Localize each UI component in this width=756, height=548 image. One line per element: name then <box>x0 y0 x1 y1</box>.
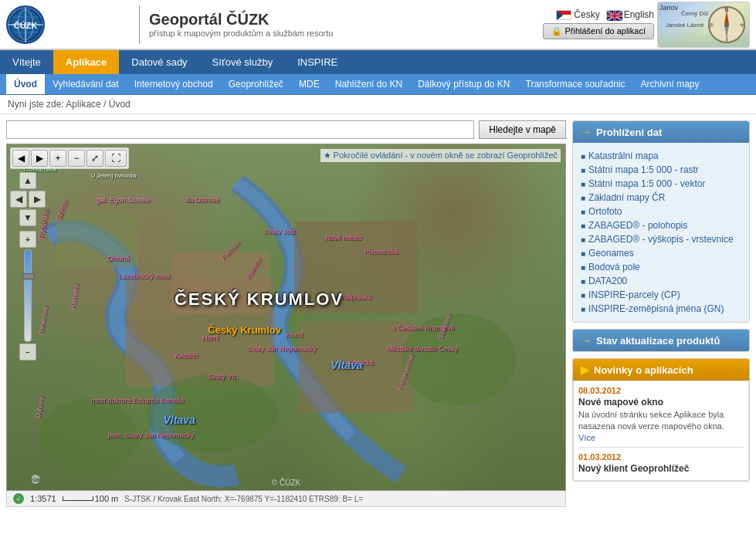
news-text-1: Na úvodní stránku sekce Aplikace byla na… <box>578 409 744 433</box>
snav-transformace[interactable]: Transformace souřadnic <box>518 74 633 94</box>
zoom-out-button[interactable]: − <box>68 150 85 167</box>
novinky-arrow: ▶ <box>581 364 589 376</box>
scale-line <box>63 496 93 501</box>
svg-point-0 <box>10 9 41 40</box>
scale-bar: 100 m <box>63 494 119 503</box>
link-zakladni-mapy[interactable]: ■Základní mapy ČR <box>581 191 741 205</box>
map-scale: 1:3571 <box>30 494 56 503</box>
header-divider <box>139 5 140 44</box>
link-zabaged-poloh[interactable]: ■ZABAGED® - polohopis <box>581 218 741 232</box>
road-label-ros: Rooseveltova <box>395 353 415 391</box>
svg-point-24 <box>724 22 729 27</box>
news-title-2: Nový klient Geoprohlížeč <box>578 463 744 474</box>
news-date-2: 01.03.2012 <box>578 452 744 462</box>
second-navigation: Úvod Vyhledávání dat Internetový obchod … <box>0 74 756 95</box>
search-bar: Hledejte v mapě <box>6 120 566 139</box>
search-map-button[interactable]: Hledejte v mapě <box>479 120 566 139</box>
novinky-box: ▶ Novinky o aplikacích 08.03.2012 Nové m… <box>572 358 750 482</box>
flag-gb-icon <box>606 10 622 20</box>
nav-vitejte[interactable]: Vítejte <box>0 50 53 74</box>
nav-aplikace[interactable]: Aplikace <box>53 50 119 74</box>
advanced-link[interactable]: ★ Pokročilé ovládání - v novém okně se z… <box>320 149 561 162</box>
road-label-ostrov: da Ostrové <box>185 196 219 204</box>
page-header: ČÚZK Geoportál ČÚZK přístup k mapovým pr… <box>0 0 756 50</box>
lang-en-link[interactable]: English <box>606 9 654 20</box>
lang-cz-link[interactable]: Česky <box>556 9 599 20</box>
novinky-header: ▶ Novinky o aplikacích <box>573 359 749 381</box>
link-zabaged-vysk[interactable]: ■ZABAGED® - výškopis - vrstevnice <box>581 232 741 246</box>
link-inspire-cp[interactable]: ■INSPIRE-parcely (CP) <box>581 288 741 302</box>
search-input[interactable] <box>6 120 474 139</box>
logo-area: ČÚZK <box>6 5 130 44</box>
link-ortofoto[interactable]: ■Ortofoto <box>581 205 741 218</box>
road-label-svjan: Svaty Jan Nepomucky <box>247 345 317 353</box>
link-data200[interactable]: ■DATA200 <box>581 274 741 288</box>
breadcrumb: Nyní jste zde: Aplikace / Úvod <box>0 95 756 114</box>
snav-archivni-mapy[interactable]: Archivní mapy <box>632 74 707 94</box>
snav-nahlizeni-kn[interactable]: Nahlížení do KN <box>327 74 410 94</box>
link-inspire-gn[interactable]: ■INSPIRE-zeměpisná jména (GN) <box>581 302 741 316</box>
road-label-jeleniv: U Jelenj hviozda <box>90 172 136 179</box>
map-coords: S-JTSK / Krovak East North: X=-769875 Y=… <box>124 495 363 503</box>
nav-datove-sady[interactable]: Datové sady <box>119 50 199 74</box>
prohlizeni-title: Prohlížení dat <box>596 127 662 138</box>
news-date-1: 08.03.2012 <box>578 386 744 395</box>
header-right: Česky English <box>543 9 654 39</box>
map-toolbar: ◀ ▶ + − ⤢ ⛶ <box>10 147 129 169</box>
link-bodova-pole[interactable]: ■Bodová pole <box>581 260 741 274</box>
road-label-fachet: Hachetní <box>69 284 80 310</box>
svg-point-1 <box>18 9 33 40</box>
pan-up-button[interactable]: ▲ <box>19 172 36 189</box>
snav-uvod[interactable]: Úvod <box>6 74 45 94</box>
link-statni-vektor[interactable]: ■Státní mapa 1:5 000 - vektor <box>581 177 741 191</box>
zoom-in2-button[interactable]: + <box>19 231 36 248</box>
zoom-in-button[interactable]: + <box>49 150 66 167</box>
snav-dalkovy-pristup[interactable]: Dálkový přístup do KN <box>410 74 517 94</box>
zoom-slider[interactable] <box>24 249 32 342</box>
pan-left-button[interactable]: ◀ <box>12 150 29 167</box>
nav-inspire[interactable]: INSPIRE <box>285 50 350 74</box>
map-city-small-label: Český Krumlov <box>208 324 281 336</box>
news-item-1: 08.03.2012 Nové mapové okno Na úvodní st… <box>578 386 744 442</box>
nav-sitove-sluzby[interactable]: Síťové služby <box>200 50 286 74</box>
cuzk-map-logo: ČÚZK <box>30 474 53 487</box>
stav-arrow: → <box>581 334 592 347</box>
zoom-out2-button[interactable]: − <box>19 343 36 360</box>
fullscreen-button[interactable]: ⛶ <box>105 150 127 167</box>
main-content: Hledejte v mapě <box>0 114 756 513</box>
pan-right2-button[interactable]: ▶ <box>29 191 46 208</box>
prohlizeni-content: ■Katastrální mapa ■Státní mapa 1:5 000 -… <box>573 143 749 322</box>
pan-right-button[interactable]: ▶ <box>31 150 48 167</box>
snav-vyhledavani[interactable]: Vyhledávání dat <box>45 74 127 94</box>
map-container[interactable]: ◀ ▶ + − ⤢ ⛶ ★ Pokročilé ovládání - v nov… <box>6 144 566 491</box>
link-geonames[interactable]: ■Geonames <box>581 246 741 260</box>
zoom-slider-thumb[interactable] <box>22 273 35 279</box>
lang-en-label: English <box>624 9 654 20</box>
road-label-mostben: most doktora Edvarda Beneše <box>90 397 184 404</box>
stav-header[interactable]: → Stav aktualizace produktů <box>573 330 749 351</box>
zoom-fit-button[interactable]: ⤢ <box>86 150 103 167</box>
snav-mde[interactable]: MDE <box>291 74 327 94</box>
prohlizeni-header: → Prohlížení dat <box>573 121 749 143</box>
snav-geoprohlizec[interactable]: Geoprohlížeč <box>221 74 291 94</box>
prohlizeni-arrow: → <box>581 126 592 138</box>
flag-cz-icon <box>556 10 571 20</box>
link-statni-rastr[interactable]: ■Státní mapa 1:5 000 - rastr <box>581 163 741 177</box>
pan-left2-button[interactable]: ◀ <box>10 191 27 208</box>
map-vlava2-label: Vltava <box>163 414 195 426</box>
news-more-1[interactable]: Více <box>578 433 595 442</box>
language-switcher: Česky English <box>556 9 654 20</box>
road-label-pivovar: Pivovarská <box>364 248 398 255</box>
road-label-novomesto: Nové město <box>325 234 362 242</box>
map-road-labels: Rybářská Středa Dlouhá Lazebnický most S… <box>7 144 565 490</box>
lang-cz-label: Česky <box>574 9 599 20</box>
pan-down-button[interactable]: ▼ <box>19 209 36 226</box>
map-area: Hledejte v mapě <box>6 120 566 507</box>
road-label-svvit: Svatý Vít <box>208 373 236 381</box>
news-title-1: Nové mapové okno <box>578 397 744 408</box>
snav-internetovy-obchod[interactable]: Internetový obchod <box>127 74 221 94</box>
stav-title: Stav aktualizace produktů <box>596 335 720 347</box>
link-katastralni[interactable]: ■Katastrální mapa <box>581 149 741 163</box>
road-label-pomjan: pom. Svaty Jan Nepomucky <box>107 431 194 439</box>
login-button[interactable]: 🔒 Přihlášení do aplikací <box>543 23 654 39</box>
